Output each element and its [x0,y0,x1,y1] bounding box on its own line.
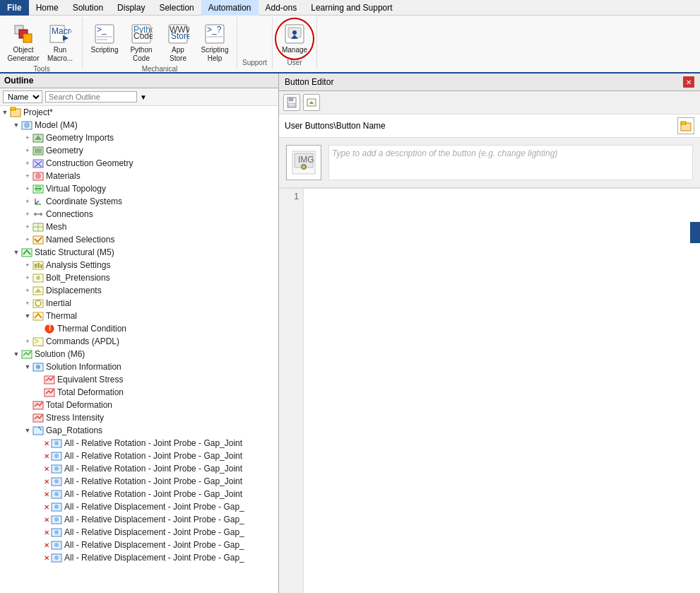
tree-item-gap-disp-5[interactable]: ✕ All - Relative Displacement - Joint Pr… [0,551,278,564]
tree-toggle-connections[interactable]: + [23,209,32,219]
editor-browse-button[interactable] [677,117,694,134]
tree-item-equivalent-stress[interactable]: Equivalent Stress [0,373,278,386]
tree-item-stress-intensity[interactable]: Stress Intensity [0,411,278,424]
tree-toggle-construction[interactable]: + [23,158,32,168]
tree-icon-thermal-condition: T [44,323,55,334]
tree-toggle-coordinate-systems[interactable]: + [23,196,32,206]
tree-item-connections[interactable]: + Connections [0,208,278,221]
tree-toggle-solution[interactable]: ▼ [11,349,21,359]
search-dropdown-icon[interactable]: ▼ [140,93,147,101]
tree-toggle-gap-rotations[interactable]: ▼ [23,425,32,435]
outline-toolbar: Name ▼ [0,88,278,106]
tree-item-solution[interactable]: ▼ Solution (M6) [0,348,278,360]
tree-item-gap-disp-1[interactable]: ✕ All - Relative Displacement - Joint Pr… [0,500,278,513]
svg-text:IMG: IMG [298,155,314,165]
tree-item-gap-disp-4[interactable]: ✕ All - Relative Displacement - Joint Pr… [0,539,278,551]
tree-item-gap-rot-1[interactable]: ✕ All - Relative Rotation - Joint Probe … [0,437,278,450]
home-menu[interactable]: Home [29,0,66,16]
scripting-button[interactable]: >_ Scripting [87,20,122,58]
tree-item-gap-disp-3[interactable]: ✕ All - Relative Displacement - Joint Pr… [0,526,278,539]
tree-item-gap-rotations[interactable]: ▼ Gap_Rotations [0,424,278,437]
tree-item-gap-disp-2[interactable]: ✕ All - Relative Displacement - Joint Pr… [0,513,278,526]
tree-item-inertial[interactable]: + Inertial [0,297,278,310]
tree-icon-gap-disp-1 [51,501,62,512]
tree-toggle-geometry-imports[interactable]: + [23,133,32,143]
tree-item-displacements[interactable]: + Displacements [0,284,278,297]
tree-icon-solution-information [32,361,44,372]
filter-dropdown[interactable]: Name [3,90,42,103]
app-store-button[interactable]: WWW Store AppStore [160,20,196,65]
tree-item-geometry-imports[interactable]: + Geometry Imports [0,131,278,144]
tree-toggle-project[interactable]: ▼ [0,107,10,117]
editor-save-button[interactable] [283,94,300,111]
solution-menu[interactable]: Solution [66,0,110,16]
tree-item-geometry[interactable]: + Geometry [0,144,278,157]
svg-point-67 [36,365,40,369]
run-macro-button[interactable]: Macro RunMacro... [42,20,78,65]
selection-menu[interactable]: Selection [152,0,201,16]
tree-item-construction-geometry[interactable]: + Construction Geometry [0,157,278,170]
tree-toggle-virtual-topology[interactable]: + [23,184,32,194]
tree-item-commands-apdl[interactable]: + >_ Commands (APDL) [0,335,278,348]
manage-icon [283,23,306,45]
tree-item-project[interactable]: ▼ Project* [0,106,278,119]
tree-item-static-structural[interactable]: ▼ Static Structural (M5) [0,246,278,259]
scripting-help-button[interactable]: >_? ScriptingHelp [197,20,232,65]
tree-icon-total-deformation2 [44,387,55,398]
tree-toggle-displacements[interactable]: + [23,286,32,295]
tree-toggle-named-selections[interactable]: + [23,235,32,245]
tree-item-materials[interactable]: + Materials [0,170,278,182]
svg-point-26 [24,122,30,128]
display-menu[interactable]: Display [110,0,152,16]
tree-toggle-model[interactable]: ▼ [11,120,21,130]
tree-item-named-selections[interactable]: + Named Selections [0,233,278,246]
manage-button[interactable]: Manage [277,20,312,58]
tree-item-solution-information[interactable]: ▼ Solution Information [0,360,278,373]
search-input[interactable] [45,91,137,102]
editor-button-icon-box[interactable]: IMG [286,145,321,180]
tree-item-thermal-condition[interactable]: T Thermal Condition [0,322,278,335]
tree-item-gap-rot-5[interactable]: ✕ All - Relative Rotation - Joint Probe … [0,488,278,500]
tree-item-virtual-topology[interactable]: + Virtual Topology [0,182,278,195]
tree-toggle-commands[interactable]: + [23,336,32,346]
editor-description-field[interactable]: Type to add a description of the button … [328,145,693,180]
tree-toggle-mesh[interactable]: + [23,222,32,232]
tree-item-gap-rot-2[interactable]: ✕ All - Relative Rotation - Joint Probe … [0,450,278,462]
editor-load-button[interactable] [303,94,320,111]
tree-icon-thermal [32,310,44,322]
tree-toggle-gap-rot-1 [34,438,44,448]
tree-toggle-materials[interactable]: + [23,171,32,181]
tree-toggle-geometry[interactable]: + [23,146,32,155]
python-code-button[interactable]: Python Code PythonCode [124,20,159,65]
svg-point-21 [292,30,297,35]
tree-toggle-thermal[interactable]: ▼ [23,311,32,321]
editor-close-button[interactable]: ✕ [683,76,694,88]
tree-item-total-deformation[interactable]: Total Deformation [0,399,278,411]
tree-item-mesh[interactable]: + Mesh [0,221,278,233]
tree-toggle-bolt[interactable]: + [23,273,32,283]
tree-toggle-inertial[interactable]: + [23,298,32,308]
svg-point-92 [54,556,59,560]
tree-icon-gap-disp-3 [51,527,62,538]
tree-item-thermal[interactable]: ▼ Thermal [0,310,278,322]
tree-toggle-analysis-settings[interactable]: + [23,260,32,270]
tree-item-gap-rot-4[interactable]: ✕ All - Relative Rotation - Joint Probe … [0,475,278,488]
code-editor[interactable] [304,189,700,593]
tree-item-total-deformation2[interactable]: Total Deformation [0,386,278,399]
automation-menu[interactable]: Automation [201,0,259,16]
tree-toggle-static-structural[interactable]: ▼ [11,247,21,257]
file-menu[interactable]: File [0,0,29,16]
tree-icon-mesh [32,221,44,233]
tree-toggle-thermal-condition [34,324,44,334]
tree-item-model[interactable]: ▼ Model (M4) [0,119,278,131]
tree-item-coordinate-systems[interactable]: + Coordinate Systems [0,195,278,208]
ribbon-buttons-mechanical: >_ Scripting Python Code [87,18,232,65]
object-generator-button[interactable]: Object Generator [6,20,41,65]
tree-item-analysis-settings[interactable]: + Analysis Settings [0,259,278,271]
addons-menu[interactable]: Add-ons [259,0,304,16]
tree-label-inertial: Inertial [46,298,71,308]
tree-toggle-solution-information[interactable]: ▼ [23,362,32,372]
tree-item-bolt-pretensions[interactable]: + Bolt_Pretensions [0,271,278,284]
learning-menu[interactable]: Learning and Support [304,0,399,16]
tree-item-gap-rot-3[interactable]: ✕ All - Relative Rotation - Joint Probe … [0,462,278,475]
